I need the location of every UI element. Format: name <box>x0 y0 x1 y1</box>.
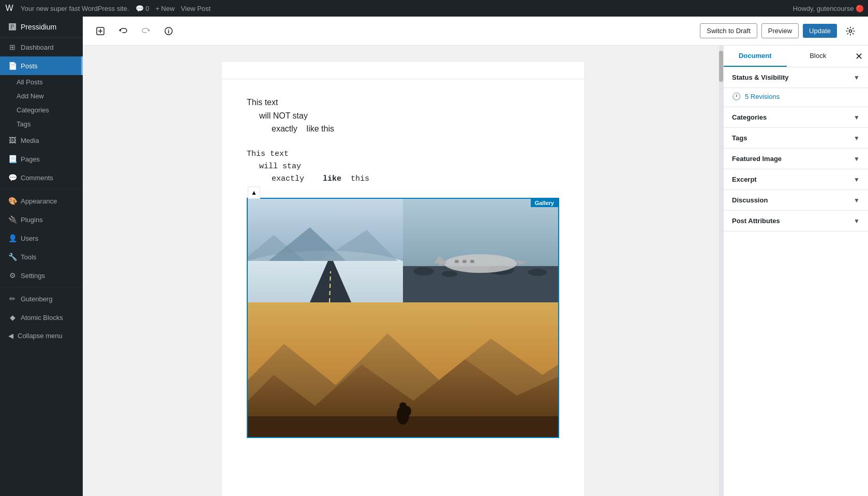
gallery-image-mountain[interactable] <box>248 302 558 437</box>
right-panel: Document Block ✕ Status & Visibility ▼ <box>723 46 868 496</box>
sidebar-item-add-new[interactable]: Add New <box>17 89 83 103</box>
editor-wrapper: Switch to Draft Preview Update <box>83 17 868 496</box>
switch-to-draft-button[interactable]: Switch to Draft <box>700 23 757 38</box>
section-header-categories[interactable]: Categories ▼ <box>724 107 868 127</box>
atomic-blocks-icon: ◆ <box>8 313 17 322</box>
sidebar-item-gutenberg[interactable]: ✏ Gutenberg <box>0 289 83 308</box>
gallery-image-plane[interactable] <box>403 199 558 302</box>
svg-rect-25 <box>470 260 474 263</box>
editor-toolbar: Switch to Draft Preview Update <box>83 17 868 46</box>
sidebar-item-appearance[interactable]: 🎨 Appearance <box>0 192 83 210</box>
comments-icon: 💬 <box>8 173 17 182</box>
text-block-1[interactable]: This text will NOT stay exactly like thi… <box>247 96 559 136</box>
publish-button[interactable]: Update <box>803 24 837 38</box>
section-header-tags[interactable]: Tags ▼ <box>724 128 868 148</box>
sidebar-item-pages[interactable]: 📃 Pages <box>0 150 83 168</box>
section-title-tags: Tags <box>732 134 747 142</box>
gallery-label: Gallery <box>531 199 558 207</box>
top-divider <box>222 79 584 79</box>
chevron-post-attributes-icon: ▼ <box>854 217 860 225</box>
text-line-1-3: exactly like this <box>272 122 559 136</box>
add-block-button[interactable] <box>91 22 110 40</box>
sidebar: 🅿 Pressidium ⊞ Dashboard 📄 Posts All Pos… <box>0 17 83 496</box>
undo-button[interactable] <box>114 22 132 40</box>
svg-point-19 <box>528 269 547 276</box>
chevron-discussion-icon: ▼ <box>854 197 860 204</box>
posts-submenu: All Posts Add New Categories Tags <box>0 75 83 131</box>
sidebar-item-categories[interactable]: Categories <box>17 103 83 117</box>
sidebar-item-tools[interactable]: 🔧 Tools <box>0 247 83 266</box>
svg-point-33 <box>399 402 407 410</box>
sidebar-label-posts: Posts <box>21 62 38 70</box>
preview-button[interactable]: Preview <box>761 23 799 38</box>
tools-icon: 🔧 <box>8 253 17 261</box>
gutenberg-icon: ✏ <box>8 295 17 303</box>
view-post-link[interactable]: View Post <box>181 5 211 12</box>
section-title-status: Status & Visibility <box>732 74 789 81</box>
sidebar-label-users: Users <box>21 235 38 242</box>
svg-point-16 <box>413 267 434 275</box>
revisions-row[interactable]: 🕐 5 Revisions <box>724 88 868 107</box>
sidebar-label-atomic-blocks: Atomic Blocks <box>21 314 63 322</box>
admin-bar: W Your new super fast WordPress site. 💬 … <box>0 0 868 17</box>
text-line-2-2: will stay <box>259 161 559 173</box>
panel-close-button[interactable]: ✕ <box>849 47 868 66</box>
collapse-menu[interactable]: ◀ Collapse menu <box>0 327 83 345</box>
content-area: This text will NOT stay exactly like thi… <box>83 46 868 496</box>
svg-point-6 <box>849 30 852 32</box>
section-title-excerpt: Excerpt <box>732 176 757 183</box>
sidebar-label-plugins: Plugins <box>21 216 43 224</box>
svg-rect-23 <box>455 260 459 263</box>
text-line-1-2: will NOT stay <box>259 109 559 123</box>
sidebar-item-comments[interactable]: 💬 Comments <box>0 168 83 187</box>
revisions-label: 5 Revisions <box>745 93 780 100</box>
sidebar-item-atomic-blocks[interactable]: ◆ Atomic Blocks <box>0 308 83 327</box>
sidebar-label-appearance: Appearance <box>21 197 57 205</box>
section-header-featured-image[interactable]: Featured Image ▼ <box>724 149 868 169</box>
sidebar-item-all-posts[interactable]: All Posts <box>17 75 83 89</box>
text-block-2[interactable]: This text will stay exactly like this <box>247 148 559 185</box>
section-header-excerpt[interactable]: Excerpt ▼ <box>724 169 868 189</box>
text-line-2-1: This text <box>247 148 559 161</box>
posts-icon: 📄 <box>8 62 17 70</box>
sidebar-item-plugins[interactable]: 🔌 Plugins <box>0 210 83 229</box>
redo-button[interactable] <box>137 22 155 40</box>
comments-link[interactable]: 💬 0 <box>136 5 149 12</box>
section-tags: Tags ▼ <box>724 128 868 149</box>
users-icon: 👤 <box>8 234 17 242</box>
chevron-status-icon: ▼ <box>854 74 860 81</box>
section-header-discussion[interactable]: Discussion ▼ <box>724 190 868 210</box>
section-header-post-attributes[interactable]: Post Attributes ▼ <box>724 211 868 231</box>
section-categories: Categories ▼ <box>724 107 868 128</box>
text-line-2-3: exactly like this <box>272 173 559 185</box>
sidebar-item-users[interactable]: 👤 Users <box>0 229 83 247</box>
collapse-icon: ◀ <box>8 332 13 340</box>
gallery-image-road[interactable] <box>248 199 403 302</box>
sidebar-item-dashboard[interactable]: ⊞ Dashboard <box>0 38 83 56</box>
section-title-post-attributes: Post Attributes <box>732 217 780 225</box>
sidebar-divider-1 <box>0 189 83 189</box>
tab-document[interactable]: Document <box>724 46 787 67</box>
editor-content[interactable]: This text will NOT stay exactly like thi… <box>83 46 723 496</box>
pressidium-icon: 🅿 <box>8 23 17 31</box>
tab-block[interactable]: Block <box>787 46 850 67</box>
chevron-excerpt-icon: ▼ <box>854 176 860 183</box>
info-button[interactable] <box>159 22 178 40</box>
sidebar-item-posts[interactable]: 📄 Posts <box>0 56 83 75</box>
section-header-status[interactable]: Status & Visibility ▼ <box>724 67 868 87</box>
gallery-top-row <box>248 199 558 302</box>
text-line-1-1: This text <box>247 96 559 109</box>
gallery-move-up-button[interactable]: ▲ <box>248 186 260 199</box>
section-excerpt: Excerpt ▼ <box>724 169 868 190</box>
svg-point-17 <box>442 271 457 277</box>
toolbar-right: Switch to Draft Preview Update <box>700 22 860 40</box>
gallery-block[interactable]: Gallery ▲ <box>247 198 559 438</box>
new-link[interactable]: + New <box>155 5 174 12</box>
section-post-attributes: Post Attributes ▼ <box>724 211 868 231</box>
site-name[interactable]: Your new super fast WordPress site. <box>21 5 129 12</box>
wp-logo[interactable]: W <box>4 3 14 13</box>
sidebar-item-settings[interactable]: ⚙ Settings <box>0 266 83 285</box>
sidebar-item-media[interactable]: 🖼 Media <box>0 131 83 150</box>
sidebar-item-tags[interactable]: Tags <box>17 117 83 131</box>
settings-gear-button[interactable] <box>841 22 860 40</box>
